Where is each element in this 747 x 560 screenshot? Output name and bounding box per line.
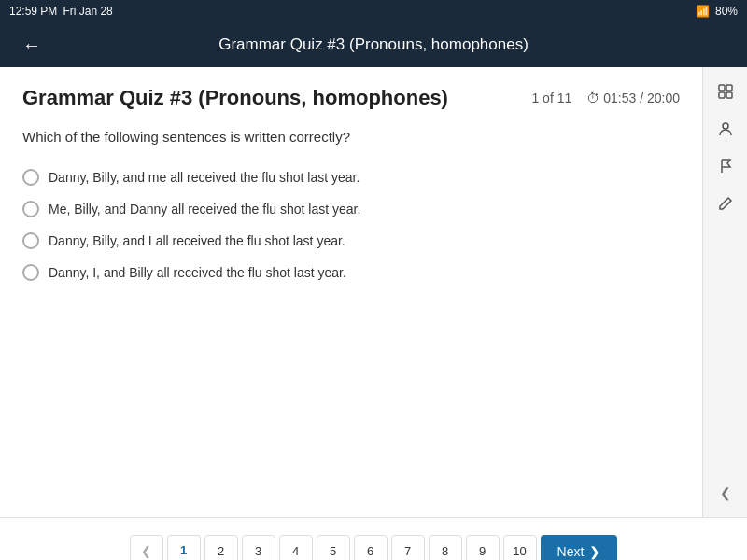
question-text: Which of the following sentences is writ… [22,129,680,145]
wifi-icon: 📶 [696,5,710,18]
quiz-header: Grammar Quiz #3 (Pronouns, homophones) 1… [22,86,680,110]
svg-rect-3 [726,92,732,98]
option-1[interactable]: Danny, Billy, and me all received the fl… [22,161,680,193]
grid-button[interactable] [709,75,742,108]
next-arrow-icon: ❯ [589,544,600,559]
radio-2[interactable] [22,201,39,217]
timer-icon: ⏱ [586,91,599,105]
quiz-meta: 1 of 11 ⏱ 01:53 / 20:00 [531,91,680,105]
page-3-button[interactable]: 3 [242,535,275,561]
svg-rect-1 [726,85,732,91]
page-title: Grammar Quiz #3 (Pronouns, homophones) [218,35,529,54]
timer: ⏱ 01:53 / 20:00 [586,91,680,105]
option-4-label: Danny, I, and Billy all received the flu… [49,265,346,280]
next-button[interactable]: Next ❯ [541,535,618,561]
quiz-progress: 1 of 11 [531,91,571,105]
pagination-bar: ❮ 1 2 3 4 5 6 7 8 9 10 Next ❯ [0,517,747,560]
option-2-label: Me, Billy, and Danny all received the fl… [49,202,360,217]
page-1-button[interactable]: 1 [167,535,201,561]
status-right: 📶 80% [696,5,738,18]
page-7-button[interactable]: 7 [391,535,425,561]
page-4-button[interactable]: 4 [279,535,313,561]
page-8-button[interactable]: 8 [429,535,462,561]
quiz-area: Grammar Quiz #3 (Pronouns, homophones) 1… [0,67,702,517]
timer-value: 01:53 / 20:00 [603,91,680,105]
quiz-title: Grammar Quiz #3 (Pronouns, homophones) [22,86,448,110]
radio-1[interactable] [22,169,39,186]
option-1-label: Danny, Billy, and me all received the fl… [49,170,359,185]
prev-page-button[interactable]: ❮ [130,535,163,561]
battery-label: 80% [715,5,738,18]
svg-rect-0 [719,85,725,91]
status-date: Fri Jan 28 [63,5,112,18]
back-button[interactable]: ← [15,31,49,60]
option-4[interactable]: Danny, I, and Billy all received the flu… [22,257,680,288]
status-left: 12:59 PM Fri Jan 28 [9,5,113,18]
page-9-button[interactable]: 9 [466,535,500,561]
top-nav: ← Grammar Quiz #3 (Pronouns, homophones) [0,22,747,67]
pencil-button[interactable] [709,187,742,220]
options-list: Danny, Billy, and me all received the fl… [22,161,680,288]
status-bar: 12:59 PM Fri Jan 28 📶 80% [0,0,747,22]
person-button[interactable] [709,112,742,146]
collapse-button[interactable]: ❮ [709,476,742,510]
svg-rect-2 [719,92,725,98]
option-3-label: Danny, Billy, and I all received the flu… [49,233,345,248]
page-5-button[interactable]: 5 [317,535,350,561]
page-2-button[interactable]: 2 [204,535,238,561]
page-6-button[interactable]: 6 [354,535,388,561]
option-3[interactable]: Danny, Billy, and I all received the flu… [22,225,680,257]
flag-button[interactable] [709,149,742,183]
page-10-button[interactable]: 10 [503,535,537,561]
option-2[interactable]: Me, Billy, and Danny all received the fl… [22,193,680,225]
next-label: Next [557,544,585,559]
svg-point-4 [723,123,728,129]
main-content: Grammar Quiz #3 (Pronouns, homophones) 1… [0,67,747,517]
radio-4[interactable] [22,264,39,281]
status-time: 12:59 PM [9,5,57,18]
right-sidebar: ❮ [702,67,747,517]
radio-3[interactable] [22,232,39,249]
